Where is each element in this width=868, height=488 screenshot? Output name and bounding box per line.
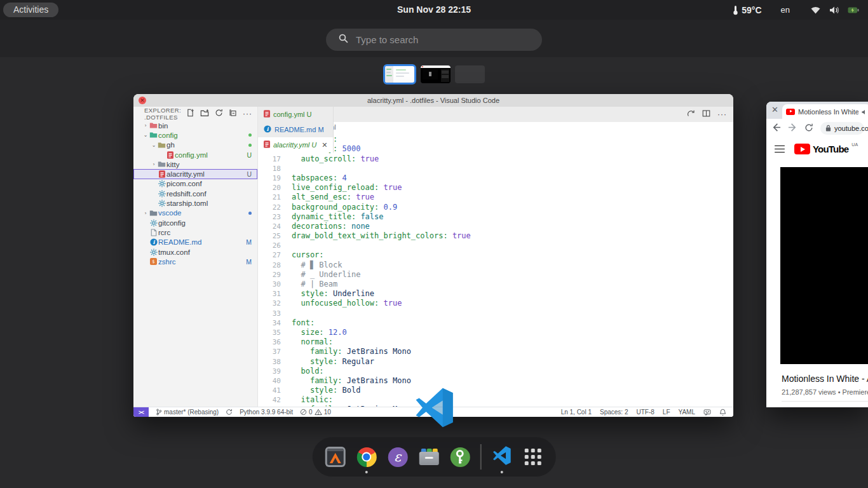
dock-item-emacs[interactable]: ε [387,446,409,468]
address-bar[interactable]: youtube.com/wa [820,122,864,135]
code-line: 23dynamic_title: false [258,212,733,222]
editor-tab-config.yml[interactable]: config.yml U [258,107,334,122]
tree-item-alacritty.yml[interactable]: alacritty.ymlU [133,169,257,179]
gnome-activities-overview: Activities Sun Nov 28 22:15 59°C en Type… [0,0,868,488]
tab-audio-icon[interactable] [862,106,867,118]
emacs-icon: ε [388,447,407,467]
code-line: 42 italic: [258,395,733,405]
line-number: 36 [258,337,281,347]
chrome-window[interactable]: ✕ Motionless In White - / youtube.com/wa… [766,102,868,407]
top-bar: Activities Sun Nov 28 22:15 59°C en [0,0,868,20]
encoding-status[interactable]: UTF-8 [636,409,654,416]
workspace-thumbnail-3[interactable] [455,65,485,83]
git-status-badge: M [246,238,252,246]
system-status-area[interactable]: 59°C en [732,0,859,20]
tree-item-tmux.conf[interactable]: tmux.conf [133,247,257,257]
python-interpreter-status[interactable]: Python 3.9.9 64-bit [240,409,293,416]
code-line: 33 [258,309,733,318]
tree-item-label: kitty [166,161,252,168]
clock[interactable]: Sun Nov 28 22:15 [397,0,471,20]
menu-icon[interactable] [775,146,785,153]
more-editor-actions-icon[interactable]: ··· [717,110,727,119]
tree-item-redshift.conf[interactable]: redshift.conf [133,189,257,198]
window-title: alacritty.yml - .dotfiles - Visual Studi… [133,94,733,107]
refresh-icon[interactable] [215,108,223,119]
tree-item-vscode[interactable]: ›vscode [133,208,257,218]
code-line: 24decorations: none [258,222,733,231]
tab-close-icon[interactable]: ✕ [771,105,778,114]
git-branch-status[interactable]: master* (Rebasing) [156,409,219,416]
dock-item-keepassxc[interactable] [449,446,471,468]
dock-item-app-grid[interactable] [522,446,543,468]
visual-studio-code-icon [492,446,511,468]
vscode-app-badge-icon[interactable] [414,388,454,428]
folder-icon [149,122,158,129]
url-text: youtube.com/wa [834,125,868,132]
code-editor[interactable]: 1415scrolling:16 history: 500017 auto_sc… [258,132,733,407]
notifications-bell-icon[interactable] [719,409,726,416]
tree-item-gh[interactable]: ⌄gh [133,140,257,150]
mini-line [386,75,392,76]
line-number: 18 [258,164,281,173]
cursor-position-status[interactable]: Ln 1, Col 1 [561,409,592,416]
tree-item-rcrc[interactable]: rcrc [133,227,257,237]
dock-item-visual-studio-code[interactable] [491,446,512,468]
open-changes-icon[interactable] [687,109,695,120]
forward-icon[interactable] [788,123,797,133]
divider [782,401,868,402]
tree-item-config[interactable]: ⌄config [133,130,257,140]
close-tab-icon[interactable]: ✕ [322,141,327,149]
back-icon[interactable] [771,123,781,133]
chrome-active-tab[interactable]: Motionless In White - / [782,104,868,119]
tree-item-starship.toml[interactable]: starship.toml [133,198,257,208]
new-file-icon[interactable] [186,108,194,119]
video-player[interactable] [780,167,868,364]
workspace-thumbnail-1[interactable] [383,64,416,85]
line-number: 35 [258,328,281,337]
line-number: 42 [258,395,281,405]
running-indicator-dot [500,471,503,473]
keyboard-layout-indicator[interactable]: en [781,5,790,15]
tree-item-gitconfig[interactable]: gitconfig [133,218,257,227]
split-editor-icon[interactable] [702,109,710,120]
code-line: 38 style: Regular [258,357,733,367]
youtube-logo[interactable]: YouTube UA [794,142,858,156]
editor-tab-alacritty.yml[interactable]: alacritty.yml U✕ [258,137,334,152]
reload-icon[interactable] [804,123,813,133]
folder-icon [149,210,158,217]
activities-button[interactable]: Activities [3,3,58,17]
more-actions-icon[interactable]: ··· [243,109,252,118]
dock-item-files[interactable] [418,446,440,468]
tree-expanded-chevron-icon: ⌄ [151,142,157,148]
search-bar[interactable]: Type to search [326,29,542,51]
eol-status[interactable]: LF [663,409,670,416]
tree-item-kitty[interactable]: ›kitty [133,159,257,169]
folder-icon [157,161,166,168]
vscode-window[interactable]: ✕ alacritty.yml - .dotfiles - Visual Stu… [133,94,733,417]
sync-icon[interactable] [226,409,233,416]
tree-item-bin[interactable]: ›bin [133,121,257,130]
gear-icon [157,200,166,207]
feedback-icon[interactable] [703,409,711,416]
editor-tab-README.md[interactable]: iREADME.md M [258,122,334,137]
code-line: 21alt_send_esc: true [258,193,733,202]
code-line: 39 bold: [258,367,733,376]
collapse-all-icon[interactable] [229,108,237,119]
indentation-status[interactable]: Spaces: 2 [600,409,628,416]
folder-icon [157,142,166,149]
problems-status[interactable]: 0 10 [300,409,331,416]
workspace-thumbnail-2[interactable] [421,65,451,83]
tree-item-README.md[interactable]: iREADME.mdM [133,238,257,247]
tree-item-picom.conf[interactable]: picom.conf [133,179,257,189]
tree-item-config.yml[interactable]: config.ymlU [133,150,257,159]
tree-item-zshrc[interactable]: $zshrcM [133,257,257,266]
line-number: 40 [258,376,281,386]
dock-item-google-chrome[interactable] [356,446,377,468]
lock-icon [825,123,831,134]
dock-item-alacritty[interactable] [325,446,346,468]
vscode-titlebar[interactable]: ✕ alacritty.yml - .dotfiles - Visual Stu… [133,94,733,107]
new-folder-icon[interactable] [200,108,209,119]
language-mode-status[interactable]: YAML [679,409,696,416]
tree-collapsed-chevron-icon: › [142,123,149,128]
remote-indicator[interactable]: >< [133,407,149,417]
